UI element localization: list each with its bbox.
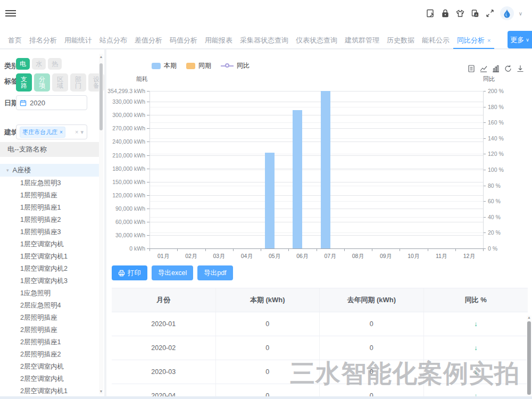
tab-6[interactable]: 码值分析 bbox=[166, 31, 201, 49]
tree-item[interactable]: 1应急照明 bbox=[0, 287, 99, 300]
chevron-down-icon[interactable]: ∨ bbox=[519, 11, 522, 16]
gridline-major bbox=[149, 169, 483, 169]
date-input[interactable]: 2020 bbox=[16, 95, 87, 110]
water-drop-logo[interactable] bbox=[500, 6, 514, 20]
id-card-icon[interactable]: A bbox=[470, 9, 480, 19]
tab-1[interactable]: 首页 bbox=[4, 31, 26, 49]
x-axis-label: 02月 bbox=[179, 253, 203, 260]
tree-item[interactable]: 2层空调室内机 bbox=[0, 373, 99, 385]
fullscreen-icon[interactable] bbox=[485, 9, 495, 19]
tree-item[interactable]: 1层照明插座3 bbox=[0, 226, 99, 238]
category-option-水[interactable]: 水 bbox=[32, 58, 46, 70]
tree-item[interactable]: 1层空调室内机2 bbox=[0, 263, 99, 275]
tree-item[interactable]: 2层照明插座2 bbox=[0, 348, 99, 361]
x-axis-label: 11月 bbox=[430, 253, 453, 260]
scroll-up-icon[interactable]: ▲ bbox=[527, 315, 531, 319]
clear-icon[interactable]: × bbox=[75, 129, 78, 135]
right-axis-label: 200 % bbox=[488, 88, 504, 94]
x-axis-label: 04月 bbox=[235, 253, 259, 260]
tab-3[interactable]: 用能统计 bbox=[61, 31, 96, 49]
export-excel-button[interactable]: 导出excel bbox=[152, 265, 193, 280]
line-chart-icon[interactable] bbox=[479, 64, 488, 73]
theme-shirt-icon[interactable] bbox=[455, 9, 466, 19]
legend-同期[interactable]: 同期 bbox=[186, 61, 211, 70]
tree-item[interactable]: 1层照明插座 bbox=[0, 189, 99, 202]
table-cell: 0 bbox=[216, 360, 320, 384]
tab-5[interactable]: 差值分析 bbox=[131, 31, 166, 49]
tree-item[interactable]: 2层照明插座 bbox=[0, 324, 99, 336]
x-axis-tick bbox=[261, 248, 261, 251]
tab-8[interactable]: 采集器状态查询 bbox=[236, 31, 292, 49]
table-cell: ↓ bbox=[424, 384, 528, 396]
lock-icon[interactable] bbox=[440, 9, 451, 19]
tag-close-icon[interactable]: × bbox=[60, 129, 63, 135]
tree-collapse-icon[interactable]: ▾ bbox=[6, 168, 9, 173]
tree-item[interactable]: 2层空调室内机1 bbox=[0, 385, 99, 397]
tag-option-部门[interactable]: 部门 bbox=[70, 73, 86, 92]
tab-11[interactable]: 历史数据 bbox=[383, 31, 418, 49]
gridline-major bbox=[149, 91, 483, 92]
document-edit-icon[interactable] bbox=[426, 9, 436, 19]
tree-item[interactable]: 1层空调室内机1 bbox=[0, 251, 99, 263]
more-button[interactable]: 更多∨ bbox=[508, 31, 532, 48]
gridline-major bbox=[149, 102, 483, 102]
tree-item[interactable]: 1层空调室内机3 bbox=[0, 275, 99, 287]
legend-label: 同期 bbox=[198, 61, 211, 70]
tab-4[interactable]: 站点分布 bbox=[96, 31, 131, 49]
tree-item[interactable]: 1层照明插座1 bbox=[0, 202, 99, 214]
tree-root-label: A座楼 bbox=[13, 165, 31, 175]
select-dropdown-icon[interactable]: ▾ bbox=[80, 129, 84, 136]
category-option-电[interactable]: 电 bbox=[16, 58, 30, 70]
tab-7[interactable]: 用能报表 bbox=[201, 31, 236, 49]
tag-option-支路[interactable]: 支路 bbox=[16, 73, 32, 92]
scrollbar-thumb[interactable] bbox=[99, 63, 103, 130]
printer-icon bbox=[118, 270, 125, 277]
tag-option-区域[interactable]: 区域 bbox=[52, 73, 68, 92]
left-axis-line bbox=[149, 91, 150, 248]
gridline-minor bbox=[149, 170, 483, 170]
tab-9[interactable]: 仪表状态查询 bbox=[292, 31, 341, 49]
tree-item[interactable]: 2层应急照明4 bbox=[0, 300, 99, 312]
gridline-major bbox=[149, 195, 483, 196]
building-tag: 枣庄市台儿庄 × bbox=[20, 127, 65, 138]
tab-2[interactable]: 排名分析 bbox=[26, 31, 61, 49]
download-icon[interactable] bbox=[516, 64, 525, 73]
table-scrollbar[interactable]: ▲ bbox=[527, 315, 531, 396]
gridline-minor bbox=[149, 154, 483, 154]
gridline-major bbox=[149, 182, 483, 182]
tree-root-item[interactable]: ▾ A座楼 bbox=[0, 164, 99, 177]
tree-item[interactable]: 2层照明插座 bbox=[0, 312, 99, 324]
tab-close-icon[interactable]: × bbox=[487, 37, 491, 44]
tab-10[interactable]: 建筑群管理 bbox=[341, 31, 383, 49]
data-view-icon[interactable] bbox=[467, 64, 476, 73]
scroll-down-icon[interactable]: ▼ bbox=[99, 389, 103, 393]
comparison-table: 月份本期 (kWh)去年同期 (kWh)同比 %2020-0100↓2020-0… bbox=[112, 288, 528, 396]
refresh-icon[interactable] bbox=[504, 64, 512, 73]
bar-chart-icon[interactable] bbox=[492, 64, 500, 73]
tree-item[interactable]: 1层空调室内机 bbox=[0, 238, 99, 251]
tree-item[interactable]: 1层应急照明3 bbox=[0, 177, 99, 189]
table-row: 2020-0300↓ bbox=[112, 360, 528, 384]
tab-12[interactable]: 能耗公示 bbox=[418, 31, 453, 49]
tree-item[interactable]: 2层照明插座1 bbox=[0, 336, 99, 348]
category-option-热[interactable]: 热 bbox=[48, 58, 62, 70]
print-button[interactable]: 打印 bbox=[112, 265, 147, 280]
building-select[interactable]: 枣庄市台儿庄 × × ▾ bbox=[16, 124, 87, 139]
export-pdf-button[interactable]: 导出pdf bbox=[197, 265, 232, 280]
y-axis-label: 354,299.3 kWh bbox=[106, 88, 145, 94]
tab-active[interactable]: 同比分析× bbox=[453, 31, 494, 49]
sidebar-scrollbar[interactable]: ▲ ▼ bbox=[99, 54, 103, 394]
tree-item[interactable]: 2层空调室内机 bbox=[0, 361, 99, 373]
table-cell: 2020-03 bbox=[112, 360, 216, 384]
legend-本期[interactable]: 本期 bbox=[152, 61, 177, 70]
scroll-up-icon[interactable]: ▲ bbox=[99, 55, 103, 59]
x-axis-label: 12月 bbox=[458, 253, 481, 260]
table-cell: 0 bbox=[320, 360, 424, 384]
legend-同比[interactable]: 同比 bbox=[221, 61, 250, 70]
tag-option-分项[interactable]: 分项 bbox=[34, 73, 50, 92]
nav-tabs: 首页排名分析用能统计站点分布差值分析码值分析用能报表采集器状态查询仪表状态查询建… bbox=[4, 31, 494, 49]
scrollbar-thumb[interactable] bbox=[527, 321, 531, 395]
tree-item[interactable]: 1层照明插座2 bbox=[0, 214, 99, 226]
down-arrow-icon: ↓ bbox=[474, 344, 477, 352]
hamburger-menu-icon[interactable] bbox=[5, 9, 16, 17]
